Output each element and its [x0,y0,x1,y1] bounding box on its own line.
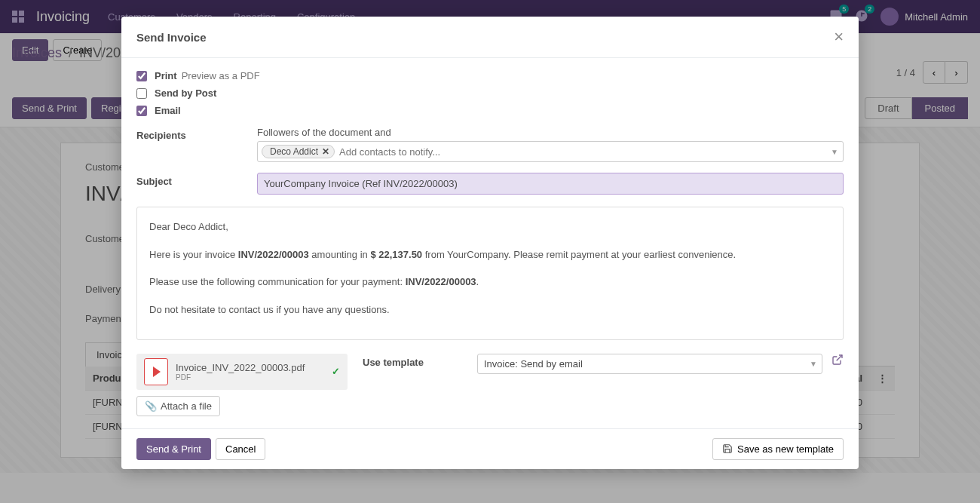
body-line2: Please use the following communication f… [149,273,831,292]
send-invoice-modal: Send Invoice × Print Preview as a PDF Se… [121,17,859,469]
chevron-down-icon[interactable]: ▼ [831,148,838,156]
print-label: Print [155,70,177,81]
body-line1: Here is your invoice INV/2022/00003 amou… [149,246,831,265]
save-icon [722,443,733,454]
email-body-editor[interactable]: Dear Deco Addict, Here is your invoice I… [136,207,844,340]
email-label: Email [155,105,181,116]
subject-input[interactable] [257,173,844,195]
pdf-icon [144,358,168,385]
check-icon: ✓ [332,366,340,377]
attachment-item[interactable]: Invoice_INV_2022_00003.pdf PDF ✓ [136,354,348,390]
template-value: Invoice: Send by email [484,358,583,370]
followers-text: Followers of the document and [257,127,844,138]
modal-close-button[interactable]: × [834,27,844,47]
attach-file-button[interactable]: 📎 Attach a file [136,396,220,416]
recipients-text-input[interactable] [335,145,839,159]
print-sublabel: Preview as a PDF [182,70,260,81]
paperclip-icon: 📎 [145,400,157,412]
modal-cancel-button[interactable]: Cancel [216,438,265,460]
recipients-input[interactable]: Deco Addict ✕ ▼ [257,141,844,162]
attachment-type: PDF [176,373,332,382]
subject-label: Subject [136,173,257,195]
email-checkbox[interactable] [136,106,147,116]
modal-send-print-button[interactable]: Send & Print [136,438,211,460]
post-label: Send by Post [155,87,216,99]
modal-title: Send Invoice [136,31,207,44]
tag-remove-icon[interactable]: ✕ [322,146,329,157]
save-template-button[interactable]: Save as new template [712,438,844,460]
attachment-name: Invoice_INV_2022_00003.pdf [176,362,332,373]
template-select[interactable]: Invoice: Send by email ▼ [477,354,822,374]
print-checkbox[interactable] [136,71,147,81]
recipients-label: Recipients [136,127,257,162]
body-greeting: Dear Deco Addict, [149,218,831,237]
external-link-icon[interactable] [831,354,844,368]
post-checkbox[interactable] [136,88,147,99]
recipient-tag: Deco Addict ✕ [262,145,335,158]
template-label: Use template [363,354,468,368]
body-line3: Do not hesitate to contact us if you hav… [149,301,831,320]
chevron-down-icon[interactable]: ▼ [810,360,817,368]
